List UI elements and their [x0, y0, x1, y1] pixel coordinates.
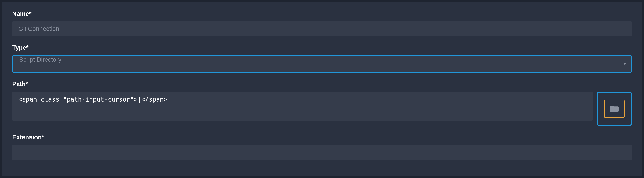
browse-button-inner	[604, 100, 624, 118]
path-label: Path*	[12, 80, 632, 87]
name-input[interactable]	[12, 21, 632, 36]
name-group: Name*	[12, 10, 632, 36]
browse-folder-button[interactable]	[597, 92, 632, 126]
path-input[interactable]: <span class="path-input-cursor">|</span>	[12, 92, 593, 121]
name-label: Name*	[12, 10, 632, 17]
extension-input[interactable]	[12, 145, 632, 160]
path-row: <span class="path-input-cursor">|</span>	[12, 92, 632, 126]
form-panel: Name* Type* Script Directory ▼ Path* <sp…	[2, 2, 642, 176]
path-group: Path* <span class="path-input-cursor">|<…	[12, 80, 632, 126]
type-select[interactable]: Script Directory	[12, 55, 632, 72]
extension-label: Extension*	[12, 134, 632, 141]
folder-icon	[610, 105, 619, 113]
type-label: Type*	[12, 44, 632, 51]
extension-group: Extension*	[12, 134, 632, 160]
type-group: Type* Script Directory ▼	[12, 44, 632, 72]
type-select-wrapper: Script Directory ▼	[12, 55, 632, 72]
